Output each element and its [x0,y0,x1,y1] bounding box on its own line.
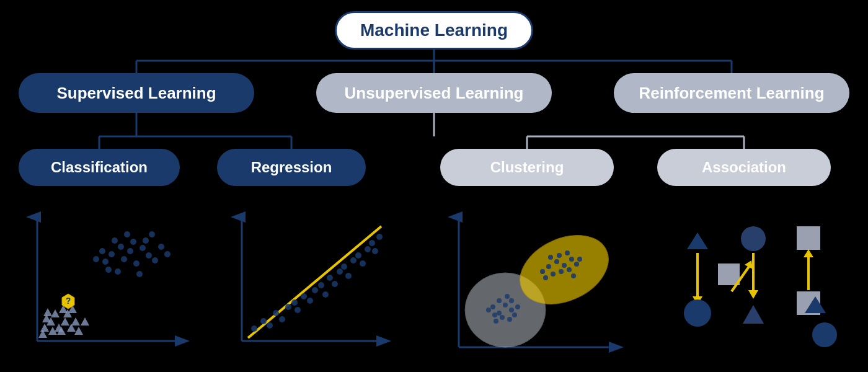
svg-point-81 [372,248,378,254]
svg-point-72 [332,281,338,287]
svg-point-112 [548,255,553,260]
svg-point-49 [158,244,164,250]
regression-chart [223,205,397,360]
svg-marker-23 [71,317,80,326]
svg-point-71 [327,275,333,281]
clustering-node: Clustering [440,149,614,186]
svg-point-119 [684,299,711,327]
svg-point-111 [571,273,576,278]
svg-point-96 [505,294,510,299]
svg-point-47 [136,271,143,277]
svg-point-43 [115,268,121,275]
reinforcement-learning-node: Reinforcement Learning [614,73,849,113]
svg-point-104 [569,257,574,262]
association-chart [657,205,849,360]
svg-point-37 [121,256,127,262]
svg-point-82 [376,234,383,240]
svg-point-63 [285,304,291,310]
svg-line-57 [248,226,381,338]
clustering-chart [440,205,626,360]
svg-point-113 [565,250,570,255]
svg-point-42 [146,252,152,259]
svg-point-120 [741,226,766,251]
svg-marker-29 [43,308,52,316]
regression-node: Regression [217,149,366,186]
svg-point-59 [260,318,267,324]
svg-point-109 [557,253,562,258]
svg-rect-124 [797,226,820,250]
association-label: Association [702,159,786,176]
svg-point-66 [301,293,307,299]
svg-marker-123 [743,305,764,324]
svg-point-95 [497,311,502,316]
svg-point-106 [551,272,556,277]
svg-point-100 [507,317,512,322]
svg-point-80 [369,240,375,246]
svg-marker-27 [74,327,83,335]
svg-point-98 [515,304,520,309]
svg-point-105 [559,269,564,274]
svg-point-46 [152,257,158,264]
root-node: Machine Learning [335,11,533,50]
svg-text:?: ? [66,296,71,306]
svg-point-69 [318,282,324,288]
clustering-label: Clustering [490,159,564,176]
svg-point-114 [577,257,582,262]
svg-point-33 [118,244,124,250]
svg-point-78 [360,260,366,267]
svg-point-45 [143,237,149,244]
classification-label: Classification [51,159,148,176]
reinforcement-label: Reinforcement Learning [639,84,824,103]
svg-point-130 [812,322,837,347]
svg-point-107 [567,267,572,272]
svg-point-41 [133,260,140,267]
svg-marker-24 [51,309,60,317]
svg-point-76 [350,257,356,264]
svg-marker-116 [687,232,708,249]
supervised-label: Supervised Learning [56,84,216,103]
svg-point-92 [500,315,505,320]
root-label: Machine Learning [360,20,508,40]
svg-point-67 [307,298,313,304]
svg-point-34 [127,248,133,254]
supervised-learning-node: Supervised Learning [19,73,254,113]
svg-point-60 [267,322,273,329]
svg-point-58 [251,326,257,332]
svg-point-61 [273,310,279,316]
svg-point-40 [105,267,112,273]
association-node: Association [657,149,831,186]
svg-point-38 [130,239,136,245]
svg-point-90 [509,308,514,312]
svg-point-87 [490,304,495,309]
svg-point-32 [108,251,115,257]
svg-point-110 [540,269,545,274]
svg-point-50 [149,231,155,237]
svg-marker-122 [748,290,758,299]
svg-point-99 [494,319,498,324]
svg-point-79 [365,246,371,252]
svg-point-94 [512,312,517,317]
svg-point-62 [279,316,285,322]
svg-marker-18 [61,317,69,326]
svg-point-115 [543,275,548,280]
svg-point-68 [312,287,318,293]
svg-marker-31 [81,317,89,326]
svg-point-35 [102,259,108,265]
svg-point-39 [140,245,146,251]
regression-label: Regression [251,159,332,176]
svg-point-91 [492,312,497,317]
classification-node: Classification [19,149,180,186]
svg-point-70 [322,291,329,298]
svg-point-101 [546,264,551,269]
svg-point-102 [554,259,559,264]
svg-point-52 [164,251,170,257]
svg-point-77 [355,252,361,259]
svg-point-89 [503,303,508,308]
svg-point-93 [509,298,514,303]
unsupervised-label: Unsupervised Learning [345,84,524,103]
svg-point-44 [124,231,130,237]
svg-point-65 [294,307,301,313]
svg-point-108 [574,262,579,267]
svg-point-36 [112,237,118,244]
svg-point-48 [99,248,105,254]
